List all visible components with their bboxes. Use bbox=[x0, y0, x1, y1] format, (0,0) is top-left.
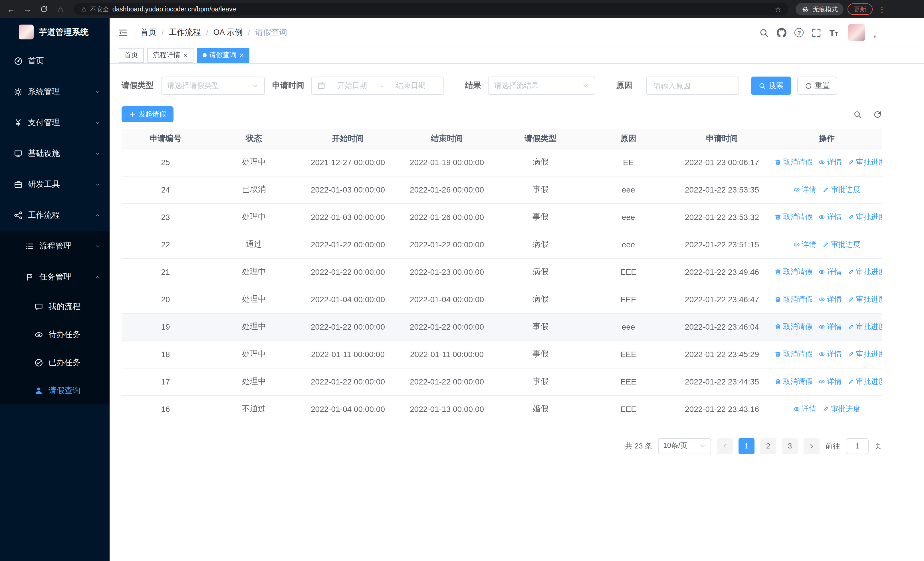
progress-action-link[interactable]: 审批进度 bbox=[848, 157, 882, 167]
table-row[interactable]: 18处理中2022-01-11 00:00:002022-01-11 00:00… bbox=[122, 340, 882, 368]
incognito-label: 无痕模式 bbox=[813, 5, 838, 14]
sidebar-item-workflow[interactable]: 工作流程 bbox=[0, 200, 110, 231]
detail-action-link[interactable]: 详情 bbox=[818, 212, 842, 222]
toggle-search-button[interactable] bbox=[853, 110, 862, 119]
refresh-table-button[interactable] bbox=[873, 110, 882, 119]
cancel-action-link[interactable]: 取消请假 bbox=[774, 376, 813, 387]
next-page-button[interactable] bbox=[804, 438, 819, 454]
sidebar-item-payment[interactable]: 支付管理 bbox=[0, 107, 110, 138]
github-button[interactable] bbox=[777, 28, 786, 38]
help-icon[interactable]: ? bbox=[795, 28, 804, 37]
sidebar-item-todo-tasks[interactable]: 待办任务 bbox=[0, 320, 110, 349]
detail-action-link[interactable]: 详情 bbox=[818, 157, 842, 167]
tab-home[interactable]: 首页 bbox=[119, 48, 144, 63]
address-bar[interactable]: ⚠ 不安全 dashboard.yudao.iocoder.cn/bpm/oa/… bbox=[74, 3, 788, 15]
search-button[interactable]: 搜索 bbox=[751, 77, 791, 95]
font-size-button[interactable]: TT bbox=[829, 28, 838, 37]
cancel-action-link[interactable]: 取消请假 bbox=[774, 157, 813, 167]
collapse-menu-button[interactable] bbox=[118, 28, 128, 38]
create-leave-button[interactable]: 发起请假 bbox=[122, 106, 174, 122]
table-row[interactable]: 23处理中2022-01-03 00:00:002022-01-26 00:00… bbox=[122, 203, 882, 231]
detail-action-link[interactable]: 详情 bbox=[818, 294, 842, 304]
cancel-action-link[interactable]: 取消请假 bbox=[774, 212, 813, 222]
detail-action-link[interactable]: 详情 bbox=[818, 376, 842, 387]
prev-page-button[interactable] bbox=[717, 438, 733, 454]
tab-process-detail[interactable]: 流程详情× bbox=[147, 48, 193, 63]
page-2-button[interactable]: 2 bbox=[760, 438, 776, 454]
close-icon[interactable]: × bbox=[239, 51, 244, 59]
table-row[interactable]: 24已取消2022-01-03 00:00:002022-01-26 00:00… bbox=[122, 176, 882, 203]
goto-page-input[interactable] bbox=[846, 438, 868, 454]
sidebar-item-task-management[interactable]: 任务管理 bbox=[0, 262, 110, 292]
table-row[interactable]: 19处理中2022-01-22 00:00:002022-01-22 00:00… bbox=[122, 313, 882, 340]
table-row[interactable]: 21处理中2022-01-22 00:00:002022-01-23 00:00… bbox=[122, 258, 882, 286]
browser-menu-button[interactable]: ⋮ bbox=[877, 5, 888, 14]
reload-button[interactable] bbox=[38, 5, 50, 13]
progress-action-link[interactable]: 审批进度 bbox=[822, 239, 860, 250]
progress-action-link[interactable]: 审批进度 bbox=[822, 404, 860, 414]
action-label: 详情 bbox=[802, 404, 816, 414]
progress-action-link[interactable]: 审批进度 bbox=[848, 212, 882, 222]
cancel-action-link[interactable]: 取消请假 bbox=[774, 294, 813, 304]
breadcrumb-item[interactable]: 首页 bbox=[140, 27, 156, 38]
progress-action-link[interactable]: 审批进度 bbox=[848, 349, 882, 359]
cell-end: 2022-01-23 00:00:00 bbox=[397, 258, 496, 286]
detail-action-link[interactable]: 详情 bbox=[793, 185, 816, 195]
home-button[interactable]: ⌂ bbox=[54, 5, 67, 14]
apply-time-range-picker[interactable]: 开始日期 - 结束日期 bbox=[311, 77, 444, 95]
cell-id: 16 bbox=[122, 396, 210, 423]
security-label[interactable]: 不安全 bbox=[90, 5, 109, 14]
sidebar-item-leave-query[interactable]: 请假查询 bbox=[0, 376, 110, 405]
search-button[interactable] bbox=[759, 28, 769, 38]
cancel-action-link[interactable]: 取消请假 bbox=[774, 267, 813, 277]
page-1-button[interactable]: 1 bbox=[738, 438, 754, 454]
sidebar-item-system[interactable]: 系统管理 bbox=[0, 77, 110, 107]
page-3-button[interactable]: 3 bbox=[782, 438, 798, 454]
cell-apply_time: 2022-01-22 23:44:35 bbox=[672, 368, 772, 396]
detail-action-link[interactable]: 详情 bbox=[818, 267, 842, 277]
app-logo[interactable]: 芋道管理系统 bbox=[0, 18, 110, 46]
table-row[interactable]: 25处理中2021-12-27 00:00:002022-01-19 00:00… bbox=[122, 149, 882, 176]
result-select[interactable]: 请选择流结果 bbox=[488, 77, 595, 95]
breadcrumb-item[interactable]: OA 示例 bbox=[213, 27, 243, 38]
table-row[interactable]: 16不通过2022-01-04 00:00:002022-01-13 00:00… bbox=[122, 396, 882, 423]
cancel-action-link[interactable]: 取消请假 bbox=[774, 322, 813, 332]
progress-action-link[interactable]: 审批进度 bbox=[848, 267, 882, 277]
bookmark-star-icon[interactable]: ☆ bbox=[775, 5, 782, 14]
sidebar-item-devtools[interactable]: 研发工具 bbox=[0, 169, 110, 200]
sidebar-item-my-process[interactable]: 我的流程 bbox=[0, 292, 110, 320]
table-row[interactable]: 20处理中2022-01-04 00:00:002022-01-04 00:00… bbox=[122, 286, 882, 313]
progress-action-link[interactable]: 审批进度 bbox=[822, 185, 860, 195]
tab-leave-query[interactable]: 请假查询× bbox=[196, 48, 249, 63]
fullscreen-button[interactable] bbox=[812, 28, 821, 38]
sidebar-item-home[interactable]: 首页 bbox=[0, 46, 110, 77]
user-avatar[interactable] bbox=[848, 24, 866, 41]
leave-type-select[interactable]: 请选择请假类型 bbox=[161, 77, 265, 95]
detail-action-link[interactable]: 详情 bbox=[793, 239, 816, 250]
reason-input[interactable] bbox=[646, 77, 739, 95]
detail-action-link[interactable]: 详情 bbox=[818, 349, 842, 359]
progress-action-link[interactable]: 审批进度 bbox=[848, 322, 882, 332]
progress-action-link[interactable]: 审批进度 bbox=[848, 376, 882, 387]
update-button[interactable]: 更新 bbox=[848, 3, 873, 15]
cell-id: 24 bbox=[122, 176, 210, 203]
column-header: 申请时间 bbox=[672, 129, 772, 149]
sidebar-item-process-management[interactable]: 流程管理 bbox=[0, 231, 110, 262]
close-icon[interactable]: × bbox=[183, 51, 188, 59]
sidebar-item-done-tasks[interactable]: 已办任务 bbox=[0, 349, 110, 376]
reset-button[interactable]: 重置 bbox=[797, 77, 837, 95]
cell-actions: 取消请假详情审批进度 bbox=[772, 149, 882, 176]
back-button[interactable]: ← bbox=[4, 5, 17, 14]
cancel-action-link[interactable]: 取消请假 bbox=[774, 349, 813, 359]
detail-action-link[interactable]: 详情 bbox=[793, 404, 816, 414]
table-row[interactable]: 22通过2022-01-22 00:00:002022-01-22 00:00:… bbox=[122, 231, 882, 258]
action-label: 取消请假 bbox=[783, 267, 813, 277]
sidebar-item-infrastructure[interactable]: 基础设施 bbox=[0, 138, 110, 169]
forward-button[interactable]: → bbox=[21, 5, 34, 14]
progress-action-link[interactable]: 审批进度 bbox=[848, 294, 882, 304]
breadcrumb-item[interactable]: 工作流程 bbox=[169, 27, 201, 38]
table-row[interactable]: 17处理中2022-01-22 00:00:002022-01-22 00:00… bbox=[122, 368, 882, 396]
url-text[interactable]: dashboard.yudao.iocoder.cn/bpm/oa/leave bbox=[112, 6, 771, 12]
page-size-select[interactable]: 10条/页 bbox=[658, 438, 711, 454]
detail-action-link[interactable]: 详情 bbox=[818, 322, 842, 332]
